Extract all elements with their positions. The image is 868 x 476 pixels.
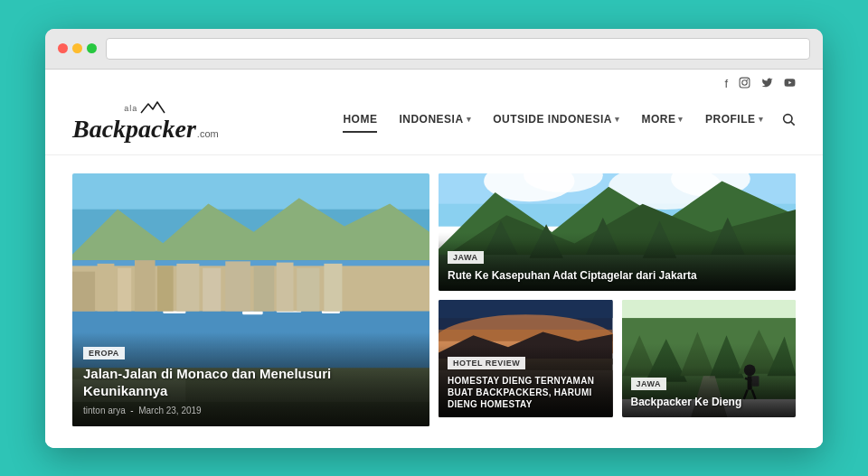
dot-green[interactable] (87, 43, 97, 53)
search-button[interactable] (781, 112, 796, 130)
featured-title: Jalan-Jalan di Monaco dan Menelusuri Keu… (83, 365, 419, 400)
youtube-icon[interactable] (784, 77, 796, 91)
kasepuhan-tag: JAWA (448, 251, 484, 264)
logo[interactable]: ala Backpacker .com (72, 95, 219, 147)
nav-bar: HOME INDONESIA ▾ OUTSIDE INDONESIA ▾ MOR… (343, 113, 763, 129)
svg-line-5 (791, 122, 795, 126)
dot-yellow[interactable] (72, 43, 82, 53)
logo-dotcom: .com (197, 128, 219, 139)
profile-arrow: ▾ (759, 115, 764, 124)
kasepuhan-title: Rute Ke Kasepuhan Adat Ciptagelar dari J… (448, 269, 787, 284)
dieng-title: Backpacker Ke Dieng (631, 396, 788, 410)
logo-brand: Backpacker (72, 117, 196, 142)
url-bar[interactable] (106, 38, 810, 60)
more-arrow: ▾ (678, 115, 684, 124)
featured-article[interactable]: EROPA Jalan-Jalan di Monaco dan Menelusu… (72, 173, 429, 426)
site-header: f ala (45, 70, 823, 155)
header-top: f (72, 70, 796, 95)
dieng-overlay: JAWA Backpacker Ke Dieng (622, 367, 797, 417)
nav-item-indonesia[interactable]: INDONESIA ▾ (399, 113, 471, 129)
header-main: ala Backpacker .com (72, 95, 796, 154)
nav-item-more[interactable]: MORE ▾ (641, 113, 684, 129)
featured-author: tinton arya (83, 406, 126, 415)
featured-date: March 23, 2019 (138, 406, 202, 415)
svg-point-2 (747, 79, 749, 80)
browser-content: f ala (45, 70, 823, 448)
facebook-icon[interactable]: f (724, 77, 728, 90)
browser-dots (58, 43, 97, 53)
main-content: EROPA Jalan-Jalan di Monaco dan Menelusu… (45, 155, 823, 448)
twitter-icon[interactable] (761, 77, 773, 91)
homestay-overlay: HOTEL REVIEW HOMESTAY DIENG TERNYAMAN BU… (439, 346, 613, 417)
featured-overlay: EROPA Jalan-Jalan di Monaco dan Menelusu… (72, 332, 429, 426)
dieng-article[interactable]: JAWA Backpacker Ke Dieng (622, 300, 797, 417)
browser-chrome (45, 29, 823, 70)
outside-arrow: ▾ (615, 115, 620, 124)
nav-item-profile[interactable]: PROFILE ▾ (705, 113, 763, 129)
instagram-icon[interactable] (739, 77, 750, 91)
svg-rect-0 (740, 78, 750, 88)
svg-point-4 (784, 114, 792, 122)
articles-grid: EROPA Jalan-Jalan di Monaco dan Menelusu… (72, 173, 796, 426)
homestay-title: HOMESTAY DIENG TERNYAMAN BUAT BACKPACKER… (448, 375, 604, 410)
nav-search-wrapper: HOME INDONESIA ▾ OUTSIDE INDONESIA ▾ MOR… (343, 112, 796, 130)
right-column: JAWA Rute Ke Kasepuhan Adat Ciptagelar d… (439, 173, 796, 417)
svg-point-1 (742, 79, 747, 84)
kasepuhan-overlay: JAWA Rute Ke Kasepuhan Adat Ciptagelar d… (439, 240, 796, 291)
featured-meta: tinton arya - March 23, 2019 (83, 406, 419, 415)
homestay-tag: HOTEL REVIEW (448, 357, 525, 369)
homestay-article[interactable]: HOTEL REVIEW HOMESTAY DIENG TERNYAMAN BU… (439, 300, 613, 417)
browser-window: f ala (45, 29, 823, 448)
nav-item-outside-indonesia[interactable]: OUTSIDE INDONESIA ▾ (493, 113, 619, 129)
kasepuhan-article[interactable]: JAWA Rute Ke Kasepuhan Adat Ciptagelar d… (439, 173, 796, 291)
nav-item-home[interactable]: HOME (343, 113, 377, 129)
logo-mountain-svg (139, 100, 166, 115)
dot-red[interactable] (58, 43, 68, 53)
dieng-tag: JAWA (631, 378, 667, 390)
bottom-row: HOTEL REVIEW HOMESTAY DIENG TERNYAMAN BU… (439, 300, 796, 417)
featured-tag: EROPA (83, 347, 125, 359)
logo-ala: ala (124, 104, 137, 113)
indonesia-arrow: ▾ (467, 115, 472, 124)
